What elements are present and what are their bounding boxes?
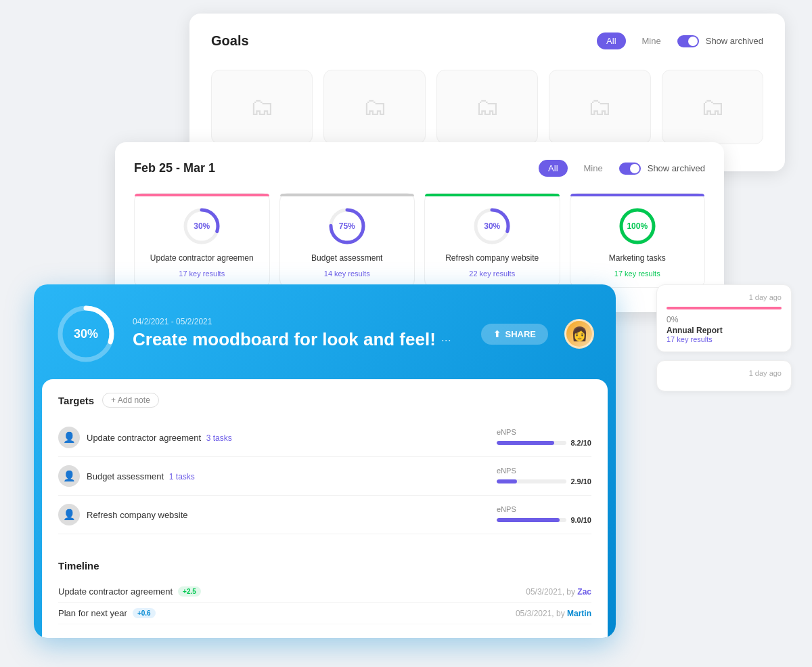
target-name-2: Budget assessment 1 tasks (87, 471, 490, 481)
goal-card-3-bar (425, 194, 560, 196)
goal-card-1-percent: 30% (194, 221, 210, 231)
mid-panel-header: Feb 25 - Mar 1 All Mine Show archived (134, 160, 705, 177)
main-panel-body: Targets + Add note 👤 Update contractor a… (42, 379, 608, 548)
right-card-1-percent: 0% (667, 315, 782, 324)
targets-title: Targets (58, 395, 94, 406)
goal-card-4-bar (570, 194, 705, 196)
right-card-1-bar (667, 307, 782, 309)
goal-card-2[interactable]: 75% Budget assessment 14 key results (279, 193, 415, 288)
folder-card-2[interactable]: 🗂 (323, 70, 425, 144)
goal-card-4-name: Marketing tasks (609, 253, 666, 263)
goal-card-3-percent: 30% (484, 221, 500, 231)
right-card-1-sub: 17 key results (667, 335, 782, 343)
timeline-by-2: Martin (567, 609, 591, 618)
timeline-by-1: Zac (577, 587, 591, 597)
folder-card-1[interactable]: 🗂 (211, 70, 313, 144)
goal-card-1-name: Update contractor agreemen (150, 253, 254, 263)
timeline-date-2: 05/3/2021, by (516, 609, 567, 618)
targets-header: Targets + Add note (58, 393, 591, 408)
goals-filter-all[interactable]: All (597, 33, 625, 49)
folder-card-3[interactable]: 🗂 (436, 70, 538, 144)
folder-card-4[interactable]: 🗂 (549, 70, 650, 144)
main-panel-header: 30% 04/2/2021 - 05/2/2021 Create moodboa… (34, 284, 616, 379)
enps-value-1: 8.2/10 (570, 439, 591, 447)
goal-card-1-bar (135, 194, 269, 196)
main-date: 04/2/2021 - 05/2/2021 (133, 317, 465, 326)
folder-icon-2: 🗂 (363, 93, 387, 121)
target-avatar-1: 👤 (58, 427, 80, 448)
show-archived-toggle[interactable] (677, 35, 699, 47)
timeline-section: Timeline Update contractor agreement +2.… (42, 548, 608, 638)
right-card-2-time: 1 day ago (667, 369, 782, 377)
share-button[interactable]: ⬆ SHARE (481, 324, 548, 345)
enps-bar-fill-2 (497, 479, 517, 483)
folder-icon-3: 🗂 (475, 93, 499, 121)
share-icon: ⬆ (493, 329, 501, 339)
target-name-1: Update contractor agreement 3 tasks (87, 433, 490, 443)
goal-card-4[interactable]: 100% Marketing tasks 17 key results (570, 193, 706, 288)
mid-show-archived-toggle[interactable] (619, 163, 641, 175)
target-avatar-3: 👤 (58, 504, 80, 525)
right-card-1[interactable]: 1 day ago 0% Annual Report 17 key result… (656, 284, 792, 352)
goal-card-3-sub: 22 key results (469, 270, 515, 278)
folder-icon-1: 🗂 (250, 93, 274, 121)
mid-panel-title: Feb 25 - Mar 1 (134, 161, 215, 175)
timeline-row-1: Update contractor agreement +2.5 05/3/20… (58, 581, 591, 603)
goals-panel-header: Goals All Mine Show archived (211, 33, 763, 49)
goals-filter-mine[interactable]: Mine (633, 33, 671, 49)
target-link-2[interactable]: 1 tasks (169, 472, 195, 481)
main-panel: 30% 04/2/2021 - 05/2/2021 Create moodboa… (34, 284, 616, 638)
timeline-badge-2: +0.6 (133, 608, 156, 618)
timeline-item-2-name: Plan for next year (58, 608, 127, 618)
main-header-info: 04/2/2021 - 05/2/2021 Create moodboard f… (133, 317, 465, 350)
folder-card-5[interactable]: 🗂 (662, 70, 763, 144)
folder-row: 🗂 🗂 🗂 🗂 🗂 (211, 70, 763, 144)
goal-card-2-bar (280, 194, 415, 196)
folder-icon-5: 🗂 (700, 93, 725, 121)
target-enps-3: eNPS 9.0/10 (497, 505, 591, 524)
main-progress-label: 30% (74, 327, 98, 341)
goal-card-3-chart: 30% (472, 206, 512, 246)
enps-bar-fill-3 (497, 518, 560, 522)
mid-show-archived-label: Show archived (648, 163, 705, 173)
add-note-button[interactable]: + Add note (102, 393, 159, 408)
target-enps-2: eNPS 2.9/10 (497, 467, 591, 486)
enps-value-3: 9.0/10 (570, 516, 591, 524)
right-card-1-time: 1 day ago (667, 293, 782, 301)
timeline-title: Timeline (58, 560, 591, 572)
timeline-item-1-name: Update contractor agreement (58, 586, 173, 597)
right-card-2[interactable]: 1 day ago (656, 360, 792, 391)
main-title: Create moodboard for look and feel! (133, 329, 436, 350)
goals-filter-row: All Mine Show archived (597, 33, 763, 49)
target-avatar-2: 👤 (58, 465, 80, 487)
goal-card-4-chart: 100% (617, 206, 658, 246)
goal-card-1-sub: 17 key results (179, 270, 225, 278)
target-enps-1: eNPS 8.2/10 (497, 428, 591, 447)
target-name-3: Refresh company website (87, 510, 490, 520)
timeline-row-2: Plan for next year +0.6 05/3/2021, by Ma… (58, 603, 591, 624)
main-more-icon[interactable]: ··· (441, 333, 451, 347)
goals-panel-title: Goals (211, 33, 249, 49)
goal-card-2-name: Budget assessment (311, 253, 382, 263)
mid-filter-mine[interactable]: Mine (574, 160, 612, 177)
target-row-1: 👤 Update contractor agreement 3 tasks eN… (58, 418, 591, 457)
goal-card-3[interactable]: 30% Refresh company website 22 key resul… (424, 193, 560, 288)
enps-bar-fill-1 (497, 441, 554, 445)
goal-card-4-percent: 100% (627, 221, 648, 231)
target-row-3: 👤 Refresh company website eNPS 9.0/10 (58, 496, 591, 534)
goal-card-2-chart: 75% (327, 206, 367, 246)
right-side-cards: 1 day ago 0% Annual Report 17 key result… (656, 284, 792, 400)
goal-card-3-name: Refresh company website (445, 253, 539, 263)
enps-value-2: 2.9/10 (570, 477, 591, 486)
user-avatar: 👩 (564, 319, 594, 349)
timeline-date-1: 05/3/2021, by (526, 587, 577, 597)
main-progress-ring: 30% (55, 303, 116, 364)
goal-card-1-chart: 30% (181, 206, 222, 246)
show-archived-label: Show archived (706, 36, 763, 46)
goal-card-2-sub: 14 key results (324, 270, 370, 278)
goal-card-4-sub: 17 key results (614, 270, 660, 278)
goal-card-1[interactable]: 30% Update contractor agreemen 17 key re… (134, 193, 270, 288)
goal-card-2-percent: 75% (339, 221, 355, 231)
target-link-1[interactable]: 3 tasks (206, 433, 232, 443)
mid-filter-all[interactable]: All (539, 160, 567, 177)
